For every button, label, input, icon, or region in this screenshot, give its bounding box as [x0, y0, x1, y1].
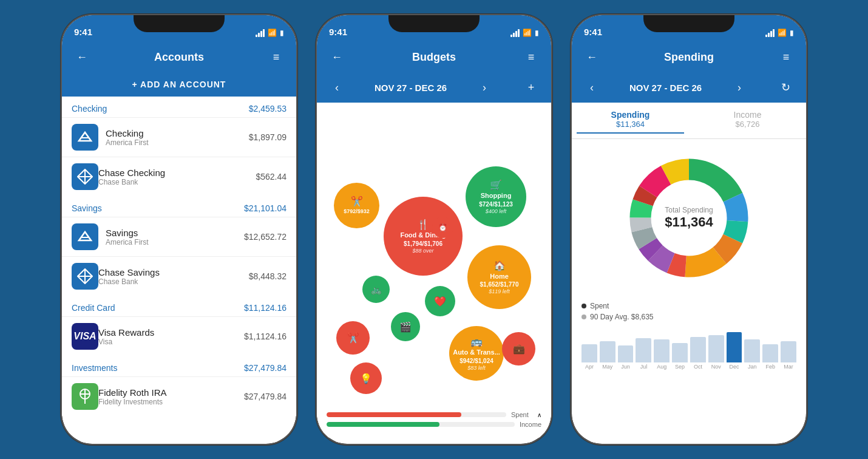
bubble-heart[interactable]: ❤️: [425, 286, 455, 316]
account-balance: $27,479.84: [244, 392, 287, 401]
account-logo-chase: [72, 263, 98, 290]
date-range: NOV 27 - DEC 26: [629, 83, 702, 93]
bubble-misc1[interactable]: ✂️ $792/$932: [334, 183, 379, 228]
bar: [708, 335, 724, 362]
signal-icon: [510, 29, 520, 37]
account-bank: Chase Bank: [98, 277, 249, 286]
bar: [636, 338, 651, 362]
section-header-savings: Savings $21,101.04: [62, 196, 296, 217]
account-item-fidelity[interactable]: Fidelity Roth IRA Fidelity Investments $…: [62, 376, 296, 416]
date-range: NOV 27 - DEC 26: [375, 83, 447, 93]
notch: [388, 15, 480, 32]
account-name: Savings: [106, 228, 244, 238]
bar-sep: Sep: [672, 343, 688, 370]
tab-income-label: Income: [694, 110, 801, 120]
account-bank: Visa: [98, 338, 244, 346]
bubble-bulb[interactable]: 💡: [350, 362, 382, 394]
add-budget-button[interactable]: +: [522, 81, 540, 94]
account-name: Chase Savings: [98, 267, 249, 277]
bar-mar: Mar: [781, 341, 796, 370]
income-fill: [327, 422, 439, 427]
account-logo-fidelity: [72, 383, 98, 410]
bubble-scissors[interactable]: ✂️: [336, 321, 370, 355]
account-logo-af: [72, 124, 98, 151]
spending-screen: Total Spending $11,364 Spent 90 Day Avg.…: [572, 139, 806, 375]
section-header-credit: Credit Card $11,124.16: [62, 296, 296, 316]
bar-jun: Jun: [618, 345, 634, 370]
account-bank: America First: [106, 238, 244, 246]
section-name: Credit Card: [72, 303, 115, 313]
budgets-screen: 🍴 Food & Dining $1,794/$1,706 $88 over 🛒…: [317, 103, 551, 438]
budget-progress: Spent ∧ Income: [317, 406, 551, 438]
tab-spending[interactable]: Spending $11,364: [572, 103, 689, 138]
menu-button[interactable]: ≡: [777, 51, 795, 64]
bar: [618, 345, 634, 362]
bar: [690, 337, 706, 362]
account-info: Fidelity Roth IRA Fidelity Investments: [98, 387, 244, 406]
account-balance: $1,1124.16: [244, 332, 287, 341]
spending-tabs: Spending $11,364 Income $6,726: [572, 103, 806, 139]
status-icons: 📶 ▮: [510, 29, 539, 37]
section-header-investments: Investments $27,479.84: [62, 356, 296, 376]
bubble-food-dining[interactable]: 🍴 Food & Dining $1,794/$1,706 $88 over: [384, 197, 463, 276]
bubble-home[interactable]: 🏠 Home $1,652/$1,770 $119 left: [467, 245, 531, 309]
svg-rect-4: [81, 237, 89, 238]
bar-apr: Apr: [581, 344, 597, 370]
account-logo-visa: VISA: [72, 323, 98, 350]
tab-income[interactable]: Income $6,726: [689, 103, 806, 138]
bar-oct: Oct: [690, 337, 706, 370]
bubble-bike[interactable]: 🚲: [362, 276, 390, 303]
account-item-checking-af[interactable]: Checking America First $1,897.09: [62, 117, 296, 157]
bar: [781, 341, 796, 362]
next-period-button[interactable]: ›: [475, 81, 493, 94]
status-time: 9:41: [584, 27, 602, 37]
account-item-chase-checking[interactable]: Chase Checking Chase Bank $562.44: [62, 157, 296, 196]
bubble-film[interactable]: 🎬: [391, 312, 420, 341]
section-total: $11,124.16: [244, 303, 287, 313]
donut-section: Total Spending $11,364: [572, 139, 806, 297]
chevron-up[interactable]: ∧: [537, 412, 541, 418]
wifi-icon: 📶: [268, 29, 277, 37]
account-balance: $8,448.32: [249, 271, 287, 281]
bar-chart: Apr May Jun Jul: [581, 333, 796, 370]
refresh-button[interactable]: ↻: [777, 81, 795, 94]
bar: [762, 344, 778, 362]
legend-spent-label: Spent: [590, 302, 609, 310]
account-item-chase-savings[interactable]: Chase Savings Chase Bank $8,448.32: [62, 256, 296, 296]
back-button[interactable]: ←: [328, 51, 346, 64]
account-balance: $12,652.72: [244, 232, 287, 242]
back-button[interactable]: ←: [583, 51, 601, 64]
menu-button[interactable]: ≡: [267, 51, 285, 64]
date-nav: ‹ NOV 27 - DEC 26 › ↻: [572, 72, 806, 103]
section-name: Investments: [72, 363, 117, 373]
bubble-briefcase[interactable]: 💼: [502, 332, 535, 365]
back-button[interactable]: ←: [73, 51, 91, 64]
prev-period-button[interactable]: ‹: [328, 81, 346, 94]
bar: [727, 332, 742, 362]
bubbles-container: 🍴 Food & Dining $1,794/$1,706 $88 over 🛒…: [317, 103, 551, 406]
account-name: Chase Checking: [98, 168, 256, 178]
status-icons: 📶 ▮: [765, 29, 794, 37]
legend-dot-avg: [581, 314, 586, 319]
tab-income-amount: $6,726: [694, 120, 801, 129]
bubble-clock[interactable]: ⏰: [432, 217, 453, 238]
menu-button[interactable]: ≡: [522, 51, 540, 64]
spent-fill: [327, 412, 461, 417]
account-item-visa[interactable]: VISA Visa Rewards Visa $1,1124.16: [62, 316, 296, 356]
section-name: Checking: [72, 104, 107, 114]
account-item-savings-af[interactable]: Savings America First $12,652.72: [62, 217, 296, 256]
bar-jan: Jan: [744, 339, 760, 370]
add-account-button[interactable]: + ADD AN ACCOUNT: [62, 72, 296, 97]
battery-icon: ▮: [535, 29, 539, 37]
page-title: Accounts: [91, 51, 267, 64]
spent-track: [327, 412, 506, 417]
bubble-auto[interactable]: 🚌 Auto & Trans... $942/$1,024 $83 left: [449, 326, 504, 381]
accounts-screen: Checking $2,459.53 Checking America Firs…: [62, 97, 296, 416]
next-period-button[interactable]: ›: [730, 81, 748, 94]
signal-icon: [256, 29, 265, 37]
prev-period-button[interactable]: ‹: [583, 81, 601, 94]
bubble-shopping[interactable]: 🛒 Shopping $724/$1,123 $400 left: [466, 166, 526, 227]
page-title: Budgets: [346, 51, 522, 64]
wifi-icon: 📶: [778, 29, 787, 37]
account-info: Checking America First: [106, 128, 249, 147]
